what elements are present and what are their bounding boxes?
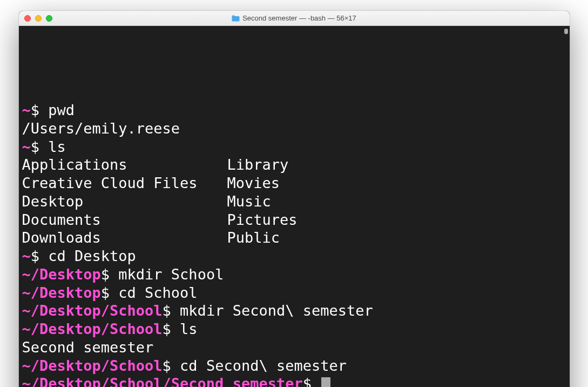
- ls-item: Library: [227, 156, 569, 174]
- prompt-line: ~/Desktop/School$ ls: [22, 320, 569, 338]
- prompt-line: ~/Desktop$ cd School: [22, 284, 569, 302]
- prompt-path: ~: [22, 102, 31, 118]
- prompt-line: ~$ cd Desktop: [22, 247, 569, 265]
- terminal-content: ~$ pwd/Users/emily.reese~$ lsApplication…: [22, 101, 569, 387]
- ls-item: Desktop: [22, 192, 227, 211]
- prompt-dollar: $: [163, 321, 180, 337]
- ls-item: Documents: [22, 211, 227, 229]
- ls-item: Downloads: [22, 229, 227, 247]
- prompt-dollar: $: [31, 102, 49, 118]
- prompt-line: ~$ ls: [22, 138, 569, 156]
- scrollbar-top-marker[interactable]: [564, 29, 568, 34]
- command-text: mkdir Second\ semester: [180, 302, 373, 319]
- command-text: cd Desktop: [48, 248, 136, 264]
- prompt-path: ~/Desktop/School/Second semester: [22, 375, 303, 387]
- prompt-dollar: $: [303, 375, 321, 387]
- prompt-path: ~/Desktop: [22, 284, 101, 301]
- window-title: Second semester — -bash — 56×17: [242, 14, 356, 22]
- prompt-dollar: $: [101, 266, 119, 283]
- prompt-dollar: $: [163, 302, 180, 319]
- command-text: pwd: [48, 102, 75, 118]
- prompt-path: ~: [22, 248, 31, 264]
- prompt-dollar: $: [101, 284, 119, 301]
- ls-item: Music: [227, 192, 569, 211]
- prompt-path: ~/Desktop/School: [22, 302, 163, 319]
- cursor: [321, 377, 330, 387]
- ls-item: Pictures: [227, 211, 569, 229]
- command-text: mkdir School: [118, 266, 224, 283]
- prompt-line: ~/Desktop$ mkdir School: [22, 265, 569, 284]
- output-line: Second semester: [22, 338, 569, 357]
- prompt-line: ~$ pwd: [22, 101, 569, 119]
- prompt-path: ~/Desktop/School: [22, 357, 163, 374]
- prompt-line: ~/Desktop/School$ cd Second\ semester: [22, 357, 569, 375]
- ls-item: Creative Cloud Files: [22, 174, 227, 192]
- command-text: cd School: [118, 284, 197, 301]
- ls-item: Public: [227, 229, 569, 247]
- titlebar[interactable]: Second semester — -bash — 56×17: [19, 11, 570, 26]
- prompt-path: ~/Desktop: [22, 266, 101, 283]
- terminal-window: Second semester — -bash — 56×17 ~$ pwd/U…: [19, 11, 570, 387]
- prompt-dollar: $: [31, 248, 49, 264]
- command-text: ls: [180, 321, 198, 337]
- output-line: /Users/emily.reese: [22, 119, 569, 138]
- ls-output: ApplicationsLibraryCreative Cloud FilesM…: [22, 156, 569, 247]
- maximize-button[interactable]: [46, 15, 52, 22]
- minimize-button[interactable]: [35, 15, 42, 22]
- prompt-dollar: $: [31, 138, 49, 155]
- prompt-path: ~/Desktop/School: [22, 321, 163, 337]
- prompt-dollar: $: [163, 357, 180, 374]
- command-text: ls: [48, 138, 66, 155]
- folder-icon: [232, 15, 240, 22]
- close-button[interactable]: [24, 15, 31, 22]
- title-group: Second semester — -bash — 56×17: [19, 14, 570, 22]
- window-controls: [24, 15, 52, 22]
- command-text: cd Second\ semester: [180, 357, 347, 374]
- ls-item: Applications: [22, 156, 227, 174]
- prompt-line: ~/Desktop/School$ mkdir Second\ semester: [22, 302, 569, 320]
- terminal-body[interactable]: ~$ pwd/Users/emily.reese~$ lsApplication…: [19, 26, 570, 387]
- ls-item: Movies: [227, 174, 569, 192]
- prompt-path: ~: [22, 138, 31, 155]
- prompt-line: ~/Desktop/School/Second semester$: [22, 375, 569, 387]
